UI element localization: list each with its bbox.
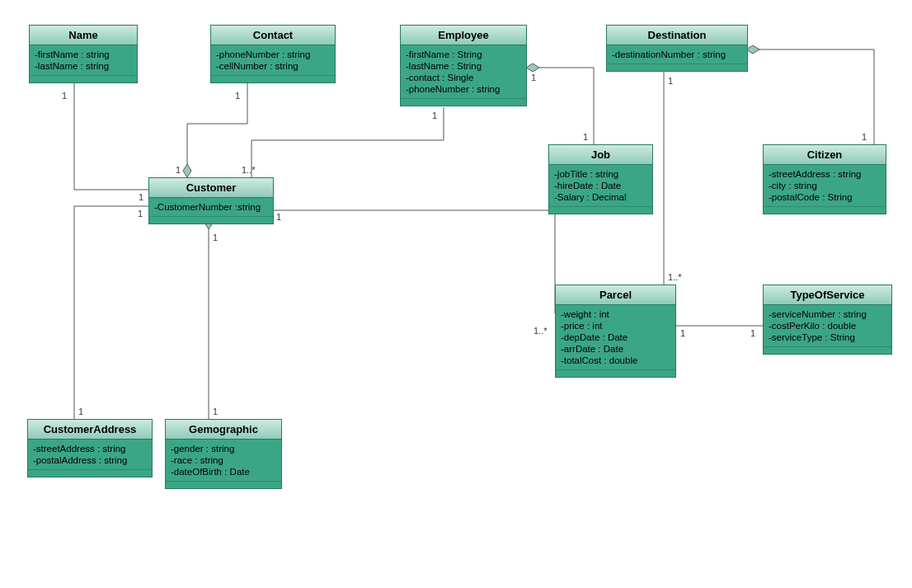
class-contact: Contact -phoneNumber : string -cellNumbe… (210, 25, 336, 83)
class-job-title: Job (549, 145, 652, 165)
mult-addr: 1 (78, 407, 83, 416)
class-typeofservice-title: TypeOfService (764, 285, 891, 305)
class-customer: Customer -CustomerNumber :string (148, 177, 274, 224)
class-customeraddress-attrs: -streetAddress : string -postalAddress :… (28, 440, 152, 469)
class-employee-title: Employee (401, 26, 526, 45)
class-parcel-attrs: -weight : int -price : int -depDate : Da… (556, 305, 675, 369)
class-name-title: Name (30, 26, 137, 45)
mult-cust-emp: 1..* (242, 165, 256, 175)
mult-employee-job: 1 (531, 73, 536, 82)
class-typeofservice-attrs: -serviceNumber : string -costPerKilo : d… (764, 305, 891, 346)
mult-parcel-dest: 1..* (668, 272, 682, 282)
class-gemographic-attrs: -gender : string -race : string -dateOfB… (166, 440, 281, 481)
mult-cust-gem: 1 (213, 233, 218, 242)
mult-job: 1 (583, 132, 588, 142)
mult-cust-contact: 1 (176, 165, 181, 175)
class-employee: Employee -firstName : String -lastName :… (400, 25, 527, 106)
class-contact-title: Contact (211, 26, 335, 45)
class-name-attrs: -firstName : string -lastName : string (30, 45, 137, 75)
class-destination: Destination -destinationNumber : string (606, 25, 748, 72)
class-customer-title: Customer (149, 178, 273, 198)
class-gemographic: Gemographic -gender : string -race : str… (165, 419, 282, 489)
class-job: Job -jobTitle : string -hireDate : Date … (548, 144, 653, 214)
class-parcel-title: Parcel (556, 285, 675, 305)
mult-name: 1 (62, 91, 67, 101)
mult-parcel-cust: 1..* (534, 326, 548, 336)
mult-cust-name: 1 (139, 192, 143, 202)
mult-cust-addr: 1 (138, 209, 143, 219)
class-parcel: Parcel -weight : int -price : int -depDa… (555, 285, 676, 378)
class-citizen-title: Citizen (764, 145, 886, 165)
class-citizen-attrs: -streetAddress : string -city : string -… (764, 165, 886, 206)
mult-gem: 1 (213, 407, 218, 416)
class-contact-attrs: -phoneNumber : string -cellNumber : stri… (211, 45, 335, 75)
mult-contact: 1 (235, 91, 240, 101)
class-customeraddress-title: CustomerAddress (28, 420, 152, 440)
class-employee-attrs: -firstName : String -lastName : String -… (401, 45, 526, 98)
class-destination-attrs: -destinationNumber : string (607, 45, 747, 64)
mult-employee-b: 1 (432, 111, 437, 120)
class-gemographic-title: Gemographic (166, 420, 281, 440)
mult-parcel-tos: 1 (680, 328, 685, 338)
mult-cust-parcel: 1 (276, 212, 281, 222)
class-customeraddress: CustomerAddress -streetAddress : string … (27, 419, 153, 477)
mult-tos-parcel: 1 (750, 328, 755, 338)
class-job-attrs: -jobTitle : string -hireDate : Date -Sal… (549, 165, 652, 206)
mult-dest: 1 (668, 76, 673, 86)
class-citizen: Citizen -streetAddress : string -city : … (763, 144, 886, 214)
class-typeofservice: TypeOfService -serviceNumber : string -c… (763, 285, 892, 355)
mult-citizen: 1 (862, 132, 867, 142)
class-customer-attrs: -CustomerNumber :string (149, 198, 273, 216)
class-destination-title: Destination (607, 26, 747, 45)
class-name: Name -firstName : string -lastName : str… (29, 25, 138, 83)
